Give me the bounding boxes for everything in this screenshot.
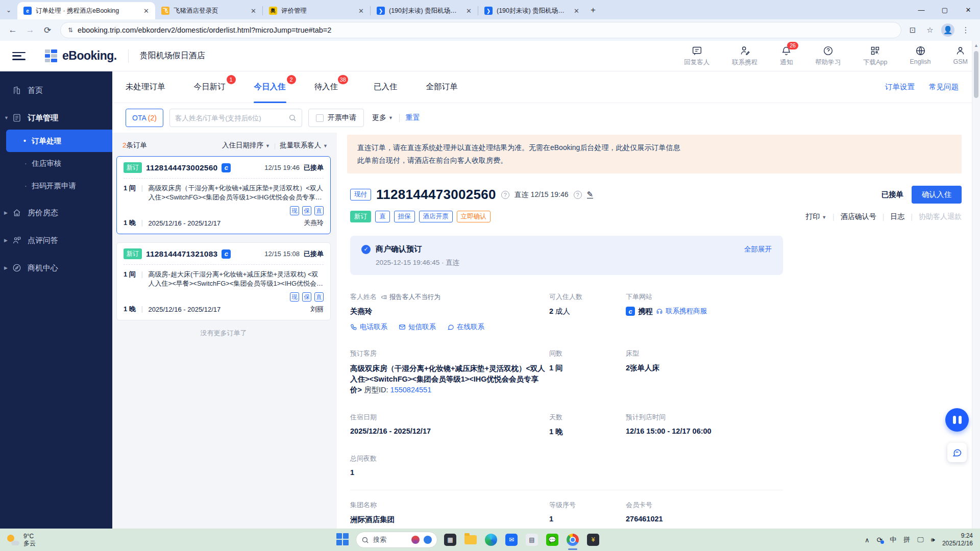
taskbar-calculator[interactable]: ▤ — [524, 532, 540, 547]
site-settings-icon[interactable]: ⇅ — [68, 27, 72, 34]
sidebar-item-room-rates[interactable]: ▶ 房价房态 — [0, 201, 112, 224]
tab-all-orders[interactable]: 全部订单 — [426, 71, 458, 103]
taskbar-file-explorer[interactable] — [463, 532, 478, 547]
tab-checked-in[interactable]: 已入住 — [374, 71, 398, 103]
confirm-checkin-button[interactable]: 确认入住 — [912, 186, 962, 204]
sidebar-item-order-management[interactable]: ▼ 订单管理 — [0, 106, 112, 130]
edit-icon[interactable]: ✎ — [587, 191, 594, 198]
help-circle-icon[interactable]: ? — [501, 191, 509, 199]
order-settings-link[interactable]: 订单设置 — [885, 82, 915, 92]
report-guest-link[interactable]: 报告客人不当行为 — [381, 293, 440, 302]
taskbar-app-dark[interactable]: ▦ — [443, 532, 458, 547]
ota-filter-button[interactable]: OTA (2) — [126, 109, 163, 127]
back-button[interactable]: ← — [5, 22, 20, 38]
taskbar-wechat[interactable]: 💬 — [545, 532, 560, 547]
faq-link[interactable]: 常见问题 — [929, 82, 959, 92]
browser-tab[interactable]: 奥 评价管理 ✕ — [263, 2, 370, 19]
tray-display-icon[interactable]: 🖵 — [917, 536, 924, 544]
sort-dropdown[interactable]: 入住日期排序 ▼ — [222, 141, 270, 150]
tab-upcoming[interactable]: 待入住38 — [314, 71, 338, 103]
download-app-button[interactable]: 下载App — [863, 45, 887, 67]
bookmark-star-icon[interactable]: ☆ — [924, 24, 936, 36]
tab-new-today[interactable]: 今日新订1 — [194, 71, 226, 103]
sidebar-item-business-center[interactable]: ▶ 商机中心 — [0, 256, 112, 280]
tab-unprocessed[interactable]: 未处理订单 — [126, 71, 165, 103]
ime-mode[interactable]: 拼 — [903, 535, 910, 544]
scrollbar-thumb[interactable] — [974, 51, 978, 98]
profile-avatar[interactable]: 👤 — [941, 23, 954, 37]
invoice-filter[interactable]: 开票申请 — [308, 109, 364, 127]
install-app-icon[interactable]: ⊡ — [906, 24, 919, 36]
taskbar-app-yellow[interactable]: ¥ — [585, 532, 601, 547]
taskbar-search[interactable]: 搜索 — [356, 532, 437, 548]
taskbar-chrome-active[interactable] — [565, 532, 580, 547]
invoice-checkbox[interactable] — [316, 114, 324, 122]
ime-language[interactable]: 中 — [890, 535, 896, 544]
tab-close-icon[interactable]: ✕ — [357, 7, 365, 15]
help-circle-icon[interactable]: ? — [574, 191, 582, 199]
search-icon[interactable] — [288, 114, 297, 122]
print-dropdown[interactable]: 打印 ▼ — [805, 212, 826, 221]
tab-close-icon[interactable]: ✕ — [142, 7, 150, 15]
phone-contact-link[interactable]: 电话联系 — [350, 322, 387, 332]
tab-close-icon[interactable]: ✕ — [573, 7, 580, 15]
hamburger-menu-icon[interactable] — [12, 51, 26, 62]
tab-checkin-today[interactable]: 今日入住2 — [254, 71, 286, 103]
help-button[interactable]: 帮助学习 — [815, 45, 841, 67]
chat-float-button[interactable] — [947, 443, 967, 462]
contact-trip-button[interactable]: 联系携程 — [732, 45, 757, 67]
assistant-robot-button[interactable] — [945, 408, 969, 432]
assist-refund-button[interactable]: 协助客人退款 — [919, 212, 962, 221]
ebooking-logo[interactable]: eBooking. — [45, 49, 117, 63]
reply-guest-button[interactable]: 回复客人 — [684, 45, 709, 67]
refresh-button[interactable]: ⟳ — [40, 22, 55, 38]
tray-volume-icon[interactable]: 🕪 — [931, 536, 935, 544]
tab-close-icon[interactable]: ✕ — [250, 7, 257, 15]
tray-sync-icon[interactable]: ⟳ — [876, 536, 883, 544]
gsm-account-button[interactable]: GSM — [953, 45, 968, 65]
hotel-confirm-no-button[interactable]: 酒店确认号 — [841, 212, 876, 221]
taskbar-edge[interactable] — [483, 532, 499, 547]
more-filters-button[interactable]: 更多 ▼ — [372, 113, 393, 122]
address-bar[interactable]: ⇅ ebooking.trip.com/ebkorderv2/domestic/… — [60, 22, 901, 38]
contact-trip-service-link[interactable]: 联系携程商服 — [656, 307, 707, 316]
taskbar-app-blue[interactable]: ✉ — [504, 532, 519, 547]
browser-tab-active[interactable]: e 订单处理 · 携程酒店eBooking ✕ — [17, 2, 155, 19]
browser-tab[interactable]: ❯ (190封未读) 贵阳机场假日酒 ✕ — [478, 2, 585, 19]
browser-tab[interactable]: ❯ (190封未读) 贵阳机场假日酒 ✕ — [371, 2, 478, 19]
log-button[interactable]: 日志 — [890, 212, 904, 221]
guest-search-box[interactable] — [169, 109, 302, 127]
window-close-button[interactable]: ✕ — [957, 0, 980, 19]
window-maximize-button[interactable]: ▢ — [933, 0, 957, 19]
taskbar-weather[interactable]: 9°C多云 — [0, 533, 112, 547]
search-input[interactable] — [175, 114, 288, 122]
tray-expand-chevron[interactable]: ∧ — [865, 536, 870, 544]
tab-close-icon[interactable]: ✕ — [465, 7, 473, 15]
sidebar-item-stay-review[interactable]: · 住店审核 — [0, 152, 112, 174]
notifications-button[interactable]: 26 通知 — [780, 45, 793, 67]
sidebar-item-reviews[interactable]: ▶ 点评问答 — [0, 229, 112, 252]
browser-menu-icon[interactable]: ⋮ — [960, 24, 972, 36]
window-minimize-button[interactable]: — — [910, 0, 933, 19]
order-card-selected[interactable]: 新订 1128144473002560 c 12/15 19:46 已接单 1 … — [116, 156, 331, 234]
language-button[interactable]: English — [910, 45, 931, 65]
expand-all-link[interactable]: 全部展开 — [744, 245, 772, 254]
tab-search-chevron[interactable]: ⌄ — [0, 3, 17, 18]
browser-tab[interactable]: 飞 飞猪酒店登录页 ✕ — [155, 2, 262, 19]
order-card[interactable]: 新订 1128144471321083 c 12/15 15:08 已接单 1 … — [116, 242, 331, 320]
room-id-link[interactable]: 1550824551 — [390, 386, 432, 394]
start-button[interactable] — [335, 532, 351, 547]
sidebar-item-scan-invoice[interactable]: · 扫码开票申请 — [0, 174, 112, 197]
page-scrollbar[interactable]: ▲ — [972, 41, 980, 529]
taskbar-clock[interactable]: 9:24 2025/12/16 — [942, 532, 973, 547]
online-contact-link[interactable]: 在线联系 — [447, 322, 484, 332]
check-circle-icon: ✓ — [361, 245, 371, 254]
new-tab-button[interactable]: + — [585, 3, 601, 18]
batch-contact-dropdown[interactable]: 批量联系客人 ▼ — [280, 141, 328, 150]
sms-contact-link[interactable]: 短信联系 — [399, 322, 436, 332]
forward-button[interactable]: → — [22, 22, 38, 38]
reset-button[interactable]: 重置 — [406, 113, 420, 122]
sidebar-item-order-processing[interactable]: • 订单处理 — [6, 130, 112, 152]
scroll-up-arrow[interactable]: ▲ — [972, 41, 980, 48]
sidebar-item-home[interactable]: 首页 — [0, 79, 112, 102]
